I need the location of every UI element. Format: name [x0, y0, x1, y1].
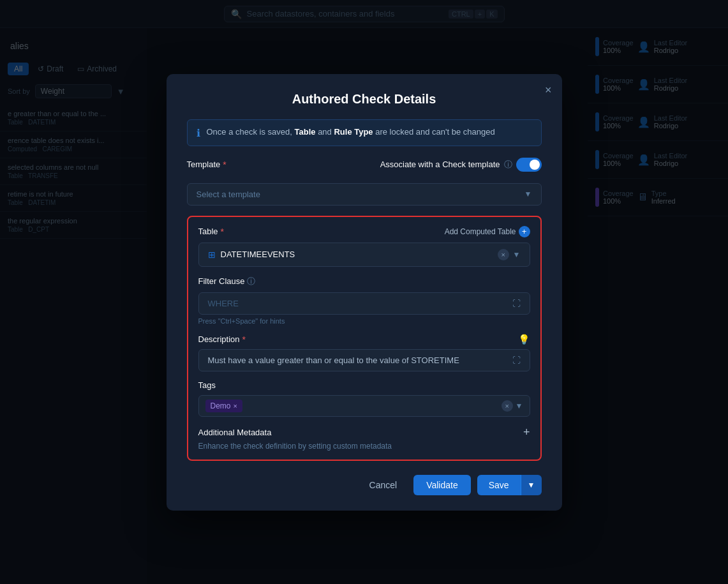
modal-overlay: × Authored Check Details ℹ Once a check … [0, 0, 728, 584]
template-row: Template * Associate with a Check templa… [187, 158, 542, 172]
modal-title: Authored Check Details [187, 92, 542, 107]
metadata-description: Enhance the check definition by setting … [198, 442, 530, 451]
bulb-icon: 💡 [518, 334, 530, 345]
add-computed-label: Add Computed Table [445, 227, 516, 236]
tags-right: × ▼ [501, 400, 523, 412]
info-icon: ℹ [197, 127, 200, 139]
description-value: Must have a value greater than or equal … [208, 356, 459, 365]
modal-footer: Cancel Validate Save ▼ [187, 475, 542, 495]
template-label: Template * [187, 160, 227, 170]
modal-close-button[interactable]: × [545, 84, 552, 96]
add-metadata-button[interactable]: + [523, 426, 530, 439]
add-computed-table-button[interactable]: Add Computed Table + [445, 226, 530, 237]
tag-chip: Demo × [205, 400, 242, 412]
table-grid-icon: ⊞ [208, 250, 216, 260]
highlighted-section: Table * Add Computed Table + ⊞ DATETIMEE… [187, 216, 542, 461]
tag-remove-button[interactable]: × [234, 402, 237, 410]
plus-circle-icon: + [519, 226, 530, 237]
template-select-placeholder: Select a template [197, 190, 260, 199]
expand-icon: ⛶ [512, 299, 521, 308]
table-input[interactable]: ⊞ DATETIMEEVENTS × ▼ [198, 243, 530, 267]
selected-table-name: DATETIMEEVENTS [221, 250, 295, 259]
chevron-down-icon: ▼ [524, 190, 532, 198]
cancel-button[interactable]: Cancel [359, 475, 408, 495]
filter-clause-label: Filter Clause ⓘ [198, 276, 530, 287]
required-indicator: * [223, 160, 226, 170]
desc-required-indicator: * [242, 334, 246, 345]
save-dropdown-button[interactable]: ▼ [521, 475, 542, 495]
tags-label: Tags [198, 380, 530, 390]
validate-button[interactable]: Validate [413, 475, 471, 495]
associate-toggle[interactable] [516, 158, 542, 172]
table-section-header: Table * Add Computed Table + [198, 226, 530, 237]
table-label: Table * [198, 227, 225, 237]
info-banner: ℹ Once a check is saved, Table and Rule … [187, 119, 542, 146]
clear-tags-button[interactable]: × [501, 400, 513, 412]
description-input[interactable]: Must have a value greater than or equal … [198, 349, 530, 371]
filter-input[interactable]: WHERE ⛶ [198, 292, 530, 315]
table-input-right: × ▼ [498, 249, 521, 260]
description-header: Description * 💡 [198, 334, 530, 345]
tags-left: Demo × [205, 400, 242, 412]
description-expand-icon: ⛶ [512, 356, 521, 365]
filter-info-icon: ⓘ [247, 276, 255, 287]
description-label: Description * [198, 334, 246, 345]
template-select[interactable]: Select a template ▼ [187, 183, 542, 206]
info-banner-text: Once a check is saved, Table and Rule Ty… [207, 126, 495, 138]
modal: × Authored Check Details ℹ Once a check … [167, 74, 562, 511]
tags-input[interactable]: Demo × × ▼ [198, 395, 530, 417]
table-chevron-icon: ▼ [513, 250, 521, 259]
save-group: Save ▼ [477, 475, 542, 495]
metadata-row: Additional Metadata + [198, 426, 530, 439]
tags-chevron-icon: ▼ [516, 401, 523, 410]
associate-info-icon: ⓘ [504, 159, 512, 170]
clear-table-button[interactable]: × [498, 249, 509, 260]
metadata-label: Additional Metadata [198, 428, 272, 437]
filter-hint: Press "Ctrl+Space" for hints [198, 317, 530, 325]
save-button[interactable]: Save [477, 475, 521, 495]
associate-label: Associate with a Check template ⓘ [380, 158, 542, 172]
table-required-indicator: * [221, 227, 224, 237]
filter-placeholder: WHERE [208, 299, 239, 308]
table-input-left: ⊞ DATETIMEEVENTS [208, 250, 295, 260]
tag-label: Demo [211, 401, 231, 410]
